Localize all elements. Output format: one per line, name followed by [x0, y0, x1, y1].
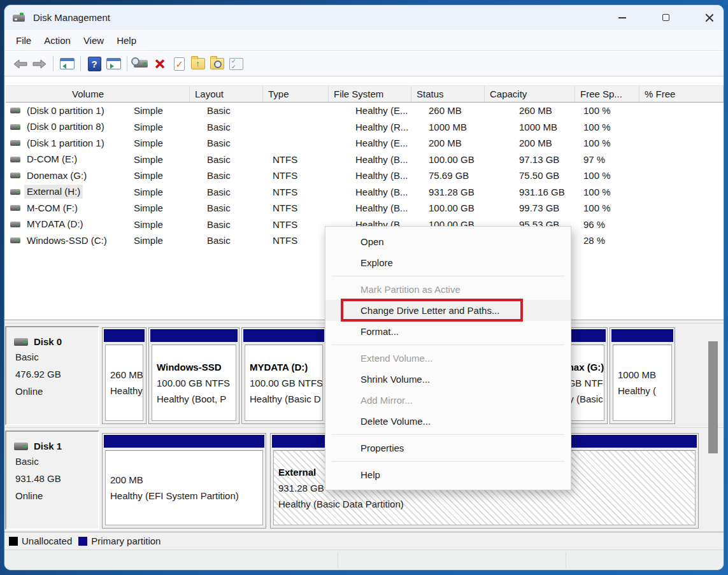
- help-icon: [88, 57, 101, 71]
- context-menu-item[interactable]: Help: [325, 464, 571, 485]
- context-menu-item[interactable]: Explore: [325, 252, 571, 273]
- close-button[interactable]: [694, 5, 724, 30]
- volume-layout: Simple: [129, 184, 202, 201]
- table-row[interactable]: (Disk 0 partition 1) Simple Basic Health…: [6, 103, 724, 119]
- context-menu-item[interactable]: Format...: [325, 321, 571, 342]
- context-menu-item-label: Delete Volume...: [360, 416, 431, 427]
- minimize-button[interactable]: [608, 5, 637, 30]
- help-button[interactable]: [85, 55, 103, 73]
- column-header[interactable]: Volume: [67, 86, 190, 102]
- column-header[interactable]: Type: [263, 86, 329, 102]
- column-header[interactable]: % Free: [639, 86, 724, 102]
- partition-block[interactable]: MYDATA (D:) 100.00 GB NTFS Healthy (Basi…: [241, 327, 326, 424]
- table-row[interactable]: (Disk 0 partition 8) Simple Basic Health…: [6, 119, 724, 136]
- volume-name: M-COM (F:): [24, 201, 80, 215]
- context-menu-item[interactable]: [332, 461, 564, 462]
- volume-status: Healthy (E...: [350, 103, 424, 119]
- volume-pct-free: 97 %: [578, 152, 662, 168]
- volume-capacity: 931.28 GB: [424, 184, 514, 201]
- partition-primary-bar: [104, 329, 145, 342]
- toolbar-separator: [53, 56, 54, 71]
- rescan-disks-button[interactable]: [132, 55, 150, 73]
- partition-block[interactable]: 200 MB Healthy (EFI System Partition): [102, 433, 266, 529]
- volume-type: Basic: [202, 152, 268, 168]
- volume-type: Basic: [202, 103, 268, 119]
- context-menu-item[interactable]: Change Drive Letter and Paths...: [325, 300, 571, 321]
- volume-type: Basic: [202, 217, 268, 233]
- table-row[interactable]: D-COM (E:) Simple Basic NTFS Healthy (B.…: [6, 152, 724, 168]
- action-pane-toggle-button[interactable]: [104, 55, 122, 73]
- back-arrow-icon: [13, 59, 27, 69]
- context-menu-item[interactable]: Shrink Volume...: [325, 369, 571, 390]
- menu-item[interactable]: Action: [38, 32, 77, 48]
- context-menu-item[interactable]: Properties: [325, 437, 571, 458]
- volume-free-space: 1000 MB: [514, 119, 578, 136]
- context-menu-item[interactable]: [332, 276, 564, 276]
- context-menu-item[interactable]: [332, 434, 564, 435]
- volume-pct-free: 100 %: [578, 135, 662, 152]
- partition-block[interactable]: 260 MB Healthy (: [102, 327, 146, 424]
- desktop-background: Disk Management FileActionViewHelp: [0, 0, 728, 575]
- menu-item[interactable]: File: [10, 32, 38, 48]
- column-header[interactable]: File System: [329, 86, 411, 102]
- table-row[interactable]: External (H:) Simple Basic NTFS Healthy …: [6, 184, 724, 201]
- menu-bar: FileActionViewHelp: [4, 30, 724, 51]
- volume-capacity: 200 MB: [424, 135, 514, 152]
- titlebar[interactable]: Disk Management: [4, 5, 724, 30]
- back-button[interactable]: [11, 55, 29, 73]
- column-header[interactable]: Layout: [190, 86, 263, 102]
- delete-button[interactable]: [151, 55, 169, 73]
- volume-drive-icon: [10, 157, 20, 162]
- menu-item[interactable]: Help: [110, 32, 143, 48]
- volume-drive-icon: [10, 222, 20, 227]
- volume-type: Basic: [202, 167, 268, 184]
- context-menu-item[interactable]: Open: [325, 231, 571, 252]
- volume-pct-free: 28 %: [578, 232, 662, 249]
- disk-kind: Basic: [6, 348, 98, 366]
- menu-item[interactable]: View: [77, 32, 110, 48]
- volume-status: Healthy (B...: [350, 152, 424, 168]
- disk-1-card[interactable]: Disk 1 Basic 931.48 GB Online: [5, 430, 99, 530]
- context-menu-item-label: Open: [360, 236, 384, 247]
- volume-drive-icon: [10, 189, 20, 195]
- volume-type: Basic: [202, 135, 268, 152]
- partition-block[interactable]: 1000 MB Healthy (: [610, 327, 675, 424]
- partition-block[interactable]: Windows-SSD 100.00 GB NTFS Healthy (Boot…: [148, 327, 239, 424]
- context-menu-item[interactable]: [332, 344, 564, 345]
- context-menu-item-label: Shrink Volume...: [360, 374, 430, 385]
- vertical-scrollbar-thumb[interactable]: [708, 341, 718, 453]
- disk-size: 476.92 GB: [6, 366, 98, 383]
- context-menu-item[interactable]: Extend Volume...: [325, 348, 571, 369]
- window-title: Disk Management: [33, 12, 110, 23]
- maximize-button[interactable]: [651, 5, 680, 30]
- table-row[interactable]: M-COM (F:) Simple Basic NTFS Healthy (B.…: [6, 200, 724, 217]
- context-menu-item[interactable]: Add Mirror...: [325, 390, 571, 411]
- forward-button[interactable]: [31, 55, 48, 73]
- volume-pct-free: 100 %: [578, 184, 662, 201]
- context-menu-item[interactable]: Mark Partition as Active: [325, 279, 571, 300]
- context-menu-item-label: Explore: [360, 257, 393, 268]
- column-header[interactable]: Free Sp...: [575, 86, 639, 102]
- check-file-system-button[interactable]: [170, 55, 188, 73]
- toolbar-separator: [80, 56, 81, 71]
- properties-list-button[interactable]: [227, 55, 245, 73]
- partition-label: MYDATA (D:): [250, 359, 318, 375]
- volume-filesystem: [268, 135, 350, 152]
- volume-free-space: 75.50 GB: [514, 167, 578, 184]
- context-menu: Open Explore Mark Partition as Active Ch…: [325, 226, 571, 490]
- disk-0-card[interactable]: Disk 0 Basic 476.92 GB Online: [5, 326, 99, 425]
- partition-body: 260 MB Healthy (: [105, 344, 143, 421]
- disk-name: Disk 0: [34, 336, 62, 347]
- disk-icon: [14, 338, 28, 346]
- column-header[interactable]: Status: [411, 86, 485, 102]
- context-menu-item[interactable]: Delete Volume...: [325, 411, 571, 432]
- search-folder-button[interactable]: [208, 55, 226, 73]
- volume-pct-free: 100 %: [578, 103, 662, 119]
- table-row[interactable]: Donemax (G:) Simple Basic NTFS Healthy (…: [6, 167, 724, 184]
- table-row[interactable]: (Disk 1 partition 1) Simple Basic Health…: [6, 135, 724, 152]
- column-header[interactable]: Capacity: [485, 86, 575, 102]
- volume-drive-icon: [10, 140, 20, 146]
- import-foreign-disks-button[interactable]: [189, 55, 207, 73]
- console-tree-toggle-button[interactable]: [58, 55, 76, 73]
- folder-search-icon: [210, 58, 224, 69]
